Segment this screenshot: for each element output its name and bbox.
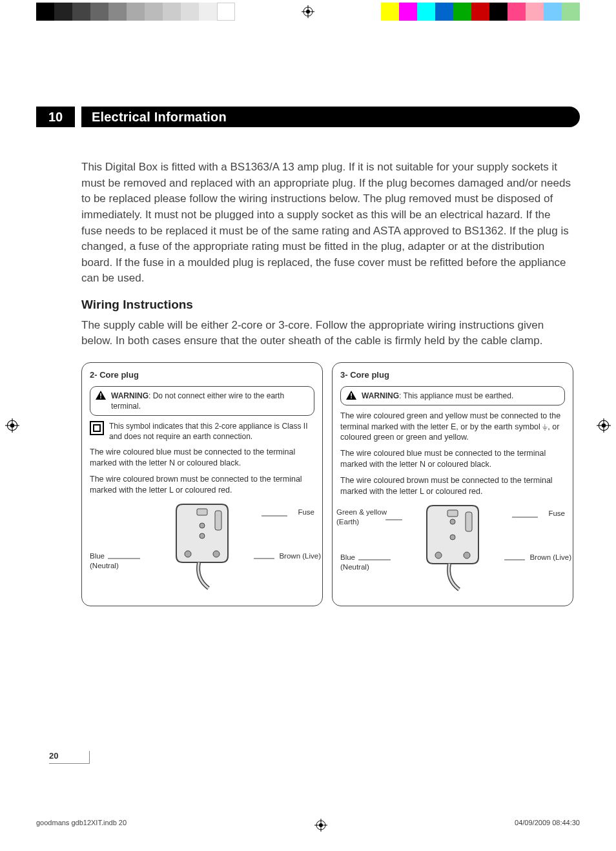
warning-box-3core: ! WARNING: This appliance must be earthe…: [340, 386, 565, 405]
page-content: 10 Electrical Information This Digital B…: [36, 61, 580, 790]
panel-3core: 3- Core plug ! WARNING: This appliance m…: [332, 362, 573, 606]
svg-rect-16: [197, 509, 207, 515]
print-footer: goodmans gdb12XIT.indb 20 04/09/2009 08:…: [0, 819, 616, 832]
leader-line-icon: [385, 517, 402, 523]
class2-row: This symbol indicates that this 2-core a…: [90, 421, 314, 442]
label-brown: Brown (Live): [279, 551, 321, 562]
label-fuse: Fuse: [548, 509, 565, 519]
warning-text: : This appliance must be earthed.: [399, 391, 513, 400]
label-earth: Green & yellow (Earth): [336, 508, 387, 528]
leader-line-icon: [512, 514, 538, 520]
grayscale-strip: [36, 3, 235, 21]
svg-rect-14: [90, 422, 103, 435]
panel-3core-title: 3- Core plug: [340, 369, 565, 381]
registration-mark-icon: [302, 5, 314, 18]
intro-paragraph: This Digital Box is fitted with a BS1363…: [81, 159, 573, 287]
registration-mark-icon: [314, 819, 327, 832]
svg-point-31: [435, 552, 442, 559]
wiring-heading: Wiring Instructions: [81, 296, 573, 314]
section-number: 10: [36, 107, 75, 127]
svg-point-21: [213, 551, 220, 557]
svg-text:!: !: [99, 392, 102, 400]
svg-point-20: [185, 551, 191, 557]
registration-mark-icon: [5, 418, 19, 433]
warning-box-2core: ! WARNING: Do not connect either wire to…: [90, 386, 314, 416]
section-title: Electrical Information: [81, 107, 580, 127]
plug-icon: [414, 502, 491, 593]
blue-wire-text: The wire coloured blue must be connected…: [90, 447, 314, 469]
label-fuse: Fuse: [298, 508, 314, 518]
section-header: 10 Electrical Information: [36, 107, 580, 127]
svg-point-18: [200, 533, 205, 538]
class2-text: This symbol indicates that this 2-core a…: [109, 421, 314, 442]
svg-point-28: [450, 519, 455, 524]
plug-diagram-2core: Fuse Blue (Neutral) Brown (Live): [90, 501, 314, 598]
svg-rect-19: [215, 511, 221, 530]
wiring-panels: 2- Core plug ! WARNING: Do not connect e…: [81, 362, 573, 606]
body-text: This Digital Box is fitted with a BS1363…: [81, 159, 573, 606]
warning-label: WARNING: [362, 391, 399, 400]
label-brown: Brown (Live): [529, 553, 571, 563]
leader-line-icon: [108, 555, 140, 562]
svg-point-29: [450, 535, 455, 540]
leader-line-icon: [262, 513, 287, 519]
earth-wire-text: The wire coloured green and yellow must …: [340, 411, 565, 444]
registration-mark-icon: [597, 418, 611, 433]
leader-line-icon: [504, 557, 525, 563]
svg-point-17: [200, 523, 205, 528]
leader-line-icon: [358, 557, 391, 563]
plug-icon: [163, 501, 241, 591]
wiring-intro: The supply cable will be either 2-core o…: [81, 318, 573, 349]
warning-icon: !: [96, 391, 106, 400]
svg-rect-30: [466, 512, 472, 531]
source-file: goodmans gdb12XIT.indb 20: [36, 819, 127, 832]
svg-text:!: !: [350, 392, 353, 400]
print-timestamp: 04/09/2009 08:44:30: [515, 819, 580, 832]
brown-wire-text: The wire coloured brown must be connecte…: [90, 474, 314, 496]
panel-2core: 2- Core plug ! WARNING: Do not connect e…: [81, 362, 323, 606]
leader-line-icon: [254, 555, 274, 562]
svg-point-32: [464, 552, 470, 559]
class2-icon: [90, 421, 104, 435]
plug-diagram-3core: Fuse Green & yellow (Earth) Blue (Neutra…: [340, 502, 565, 599]
print-color-bar: [0, 3, 616, 21]
color-strip: [381, 3, 580, 21]
blue-wire-text: The wire coloured blue must be connected…: [340, 448, 565, 470]
brown-wire-text: The wire coloured brown must be connecte…: [340, 475, 565, 497]
warning-icon: !: [346, 391, 356, 400]
svg-rect-15: [94, 425, 100, 431]
footer-page-number: 20: [49, 751, 90, 764]
svg-rect-27: [447, 510, 458, 517]
panel-2core-title: 2- Core plug: [90, 369, 314, 381]
warning-label: WARNING: [111, 391, 149, 400]
